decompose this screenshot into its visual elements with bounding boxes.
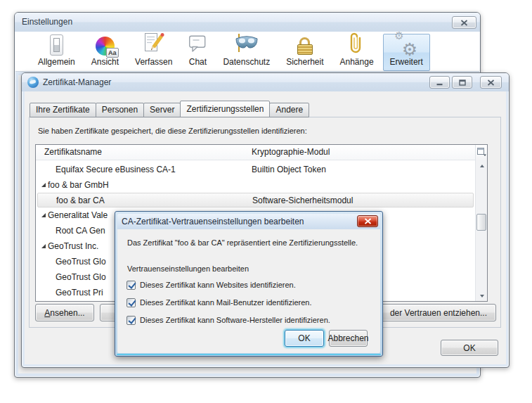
- view-certificate-button[interactable]: Ansehen...: [35, 304, 94, 321]
- gears-icon: [394, 32, 418, 56]
- checkbox-software-makers[interactable]: Dieses Zertifikat kann Software-Herstell…: [126, 314, 330, 326]
- table-row-selected[interactable]: foo & bar CA Software-Sicherheitsmodul: [37, 193, 474, 207]
- dialog-body: Das Zertifikat "foo & bar CA" repräsenti…: [117, 229, 380, 353]
- checkbox-mail-users[interactable]: Dieses Zertifikat kann Mail-Benutzer ide…: [126, 297, 312, 308]
- close-icon: [364, 217, 372, 226]
- maximize-icon: [459, 79, 466, 86]
- paperclip-icon: [350, 31, 364, 56]
- toolbar-item-label: Anhänge: [340, 57, 374, 67]
- light-switch-icon: [50, 34, 63, 56]
- minimize-button[interactable]: [429, 76, 450, 89]
- padlock-icon: [297, 37, 313, 55]
- toolbar-item-label: Sicherheit: [286, 57, 323, 67]
- dialog-title: CA-Zertifikat-Vertrauenseinstellungen be…: [122, 217, 304, 226]
- toolbar-item-erweitert[interactable]: Erweitert: [383, 34, 430, 71]
- certmgr-titlebar[interactable]: Zertifikat-Manager: [22, 73, 509, 91]
- tab-andere[interactable]: Andere: [269, 103, 309, 117]
- tab-server[interactable]: Server: [143, 103, 181, 117]
- desktop-background: Einstellungen Allgemein Aa Ansicht: [0, 0, 532, 403]
- scroll-thumb[interactable]: [476, 214, 486, 231]
- toolbar-item-datenschutz[interactable]: Datenschutz: [216, 34, 277, 71]
- thunderbird-icon: [27, 77, 39, 88]
- twisty-expanded-icon[interactable]: [41, 213, 46, 217]
- checkbox-icon[interactable]: [126, 298, 136, 307]
- column-picker-button[interactable]: [475, 145, 487, 160]
- table-header: Zertifikatsname Kryptographie-Modul: [36, 145, 487, 160]
- arrow-down-icon: [480, 295, 484, 298]
- toolbar-item-ansicht[interactable]: Aa Ansicht: [84, 34, 126, 71]
- trust-settings-dialog: CA-Zertifikat-Vertrauenseinstellungen be…: [115, 211, 383, 357]
- certmgr-tab-bar: Ihre ZertifikatePersonenServerZertifizie…: [30, 101, 309, 117]
- column-header-module[interactable]: Kryptographie-Modul: [252, 147, 330, 157]
- toolbar-item-anhaenge[interactable]: Anhänge: [333, 34, 381, 71]
- toolbar-item-label: Ansicht: [91, 57, 119, 67]
- font-sample-badge: Aa: [106, 48, 119, 58]
- settings-titlebar[interactable]: Einstellungen: [15, 13, 480, 32]
- mask-icon: [234, 32, 259, 56]
- minimize-icon: [436, 79, 443, 86]
- column-picker-icon: [477, 148, 486, 158]
- cert-list-description: Sie haben Zertifikate gespeichert, die d…: [38, 127, 307, 135]
- toolbar-item-allgemein[interactable]: Allgemein: [31, 34, 82, 71]
- vertical-scrollbar[interactable]: [475, 160, 487, 301]
- toolbar-item-label: Datenschutz: [223, 57, 270, 67]
- checkbox-icon[interactable]: [126, 281, 136, 290]
- arrow-up-icon: [480, 165, 484, 167]
- column-header-name[interactable]: Zertifikatsname: [44, 147, 102, 157]
- tab-ihre-zertifikate[interactable]: Ihre Zertifikate: [30, 103, 96, 117]
- close-icon: [460, 20, 468, 26]
- scroll-up-button[interactable]: [476, 160, 488, 171]
- tab-zertifizierungsstellen[interactable]: Zertifizierungsstellen: [180, 101, 270, 117]
- toolbar-item-label: Chat: [189, 57, 207, 67]
- settings-window-title: Einstellungen: [22, 17, 72, 27]
- trust-section-label: Vertrauenseinstellungen bearbeiten: [127, 264, 249, 273]
- compose-icon: [142, 32, 166, 56]
- twisty-expanded-icon[interactable]: [41, 183, 46, 187]
- maximize-button[interactable]: [452, 76, 472, 89]
- toolbar-item-verfassen[interactable]: Verfassen: [128, 34, 179, 71]
- dialog-intro-text: Das Zertifikat "foo & bar CA" repräsenti…: [127, 238, 358, 247]
- tab-personen[interactable]: Personen: [96, 103, 144, 117]
- close-icon: [487, 79, 495, 86]
- table-row[interactable]: Equifax Secure eBusiness CA-1 Builtin Ob…: [36, 162, 475, 177]
- table-row-group[interactable]: foo & bar GmbH: [36, 177, 475, 193]
- settings-close-button[interactable]: [452, 16, 476, 29]
- checkbox-websites[interactable]: Dieses Zertifikat kann Websites identifi…: [126, 279, 296, 290]
- toolbar-item-sicherheit[interactable]: Sicherheit: [279, 34, 330, 71]
- certmgr-close-button[interactable]: [480, 76, 502, 89]
- toolbar-item-chat[interactable]: Chat: [181, 34, 214, 71]
- dialog-close-button[interactable]: [357, 215, 378, 227]
- chat-bubble-icon: [188, 34, 207, 56]
- dialog-cancel-button[interactable]: Abbrechen: [329, 330, 368, 347]
- twisty-expanded-icon[interactable]: [41, 244, 46, 248]
- toolbar-item-label: Allgemein: [38, 57, 75, 67]
- scroll-down-button[interactable]: [476, 290, 488, 301]
- toolbar-item-label: Verfassen: [135, 57, 172, 67]
- dialog-ok-button[interactable]: OK: [285, 330, 324, 347]
- settings-toolbar: Allgemein Aa Ansicht Verfass: [15, 32, 479, 72]
- certmgr-window-title: Zertifikat-Manager: [43, 77, 111, 87]
- dialog-titlebar[interactable]: CA-Zertifikat-Vertrauenseinstellungen be…: [117, 214, 380, 229]
- checkbox-icon[interactable]: [126, 316, 136, 325]
- certmgr-ok-button[interactable]: OK: [441, 340, 498, 356]
